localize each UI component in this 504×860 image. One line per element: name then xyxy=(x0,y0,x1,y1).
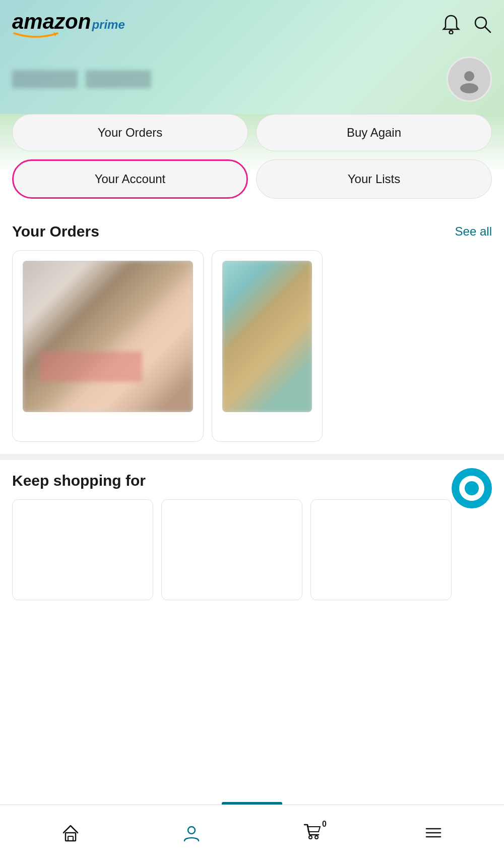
alexa-dot-icon xyxy=(465,481,479,495)
order-image-1 xyxy=(23,261,193,412)
search-icon xyxy=(473,15,492,34)
shopping-card-3[interactable] xyxy=(310,499,452,600)
cart-badge: 0 xyxy=(322,820,327,829)
search-button[interactable] xyxy=(473,15,492,36)
your-lists-button[interactable]: Your Lists xyxy=(256,159,492,199)
shopping-card-1[interactable] xyxy=(12,499,153,600)
buy-again-button[interactable]: Buy Again xyxy=(256,114,492,151)
avatar-icon xyxy=(455,65,483,93)
orders-carousel xyxy=(12,250,492,442)
nav-home[interactable] xyxy=(60,823,81,843)
greeting-text xyxy=(12,70,151,88)
bottom-nav: 0 xyxy=(0,805,504,860)
alexa-inner xyxy=(459,476,484,501)
svg-point-8 xyxy=(188,827,195,834)
avatar[interactable] xyxy=(447,56,492,102)
home-icon xyxy=(60,823,81,843)
alexa-button[interactable] xyxy=(452,468,492,508)
svg-point-9 xyxy=(309,836,312,839)
orders-section: Your Orders See all xyxy=(0,211,504,442)
svg-point-4 xyxy=(464,71,474,81)
amazon-smile-icon xyxy=(13,31,58,40)
your-orders-button[interactable]: Your Orders xyxy=(12,114,248,151)
amazon-logo-text: amazon xyxy=(12,10,91,33)
amazon-prime-logo: amazon prime xyxy=(12,10,125,40)
svg-point-5 xyxy=(460,83,478,93)
nav-cart[interactable]: 0 xyxy=(302,822,323,844)
orders-title: Your Orders xyxy=(12,223,99,240)
header-icons xyxy=(442,14,492,36)
orders-section-header: Your Orders See all xyxy=(12,223,492,240)
svg-point-1 xyxy=(450,31,453,34)
shopping-card-2[interactable] xyxy=(161,499,302,600)
nav-account[interactable] xyxy=(181,823,202,843)
account-icon xyxy=(181,823,202,843)
header: amazon prime xyxy=(0,0,504,114)
nav-menu[interactable] xyxy=(423,823,444,843)
quick-actions: Your Orders Buy Again Your Account Your … xyxy=(0,114,504,211)
svg-point-10 xyxy=(315,836,318,839)
greeting-area xyxy=(12,48,492,114)
order-image-2 xyxy=(222,261,312,412)
svg-rect-7 xyxy=(68,836,73,841)
see-all-link[interactable]: See all xyxy=(455,224,492,239)
keep-shopping-title: Keep shopping for xyxy=(12,472,146,489)
section-divider xyxy=(0,454,504,460)
your-account-button[interactable]: Your Account xyxy=(12,159,248,199)
bell-icon[interactable] xyxy=(442,14,461,36)
order-card-2[interactable] xyxy=(212,250,323,442)
shopping-carousel xyxy=(12,499,492,600)
blurred-name-2 xyxy=(86,70,151,88)
header-top: amazon prime xyxy=(12,10,492,48)
notification-bell-icon xyxy=(442,14,461,34)
keep-shopping-section: Keep shopping for xyxy=(0,460,504,600)
blurred-name-1 xyxy=(12,70,78,88)
order-card-1[interactable] xyxy=(12,250,204,442)
svg-line-3 xyxy=(485,27,490,32)
cart-icon xyxy=(302,822,323,842)
menu-icon xyxy=(423,823,444,843)
